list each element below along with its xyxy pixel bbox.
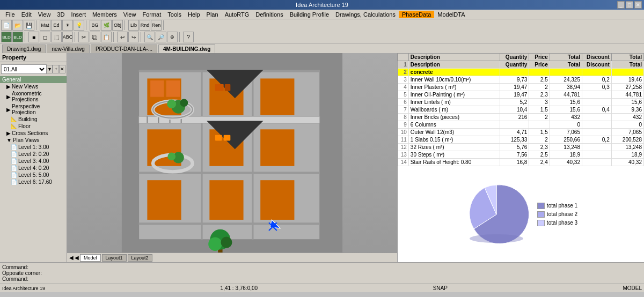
menu-insert[interactable]: Insert <box>68 11 89 18</box>
svg-rect-42 <box>215 143 222 147</box>
tb-draw4[interactable]: ABC <box>62 32 73 42</box>
tb-draw3[interactable]: ⬚ <box>51 32 62 42</box>
3d-viewport[interactable]: ◀ ◀ Model Layout1 Layout2 <box>67 53 397 262</box>
tb-library[interactable]: Lib <box>128 20 139 31</box>
window-controls[interactable]: _ □ ✕ <box>617 1 642 9</box>
tree-building[interactable]: 📐Building <box>0 116 67 123</box>
prop-icon-1[interactable]: ▼ <box>47 65 53 73</box>
menu-members[interactable]: Members <box>89 11 120 18</box>
row-num: 4 <box>398 84 409 91</box>
tb-edit[interactable]: Ed <box>51 20 62 31</box>
tb-cut[interactable]: ✂ <box>78 32 89 42</box>
tab-new-villa[interactable]: new-Villa.dwg <box>47 44 90 53</box>
menu-autortg[interactable]: AutoRTG <box>222 11 253 18</box>
3d-view: ◀ ◀ Model Layout1 Layout2 <box>67 53 397 262</box>
pie-chart-container: total phase 1 total phase 2 total phase … <box>464 182 577 247</box>
tb-open[interactable]: 📂 <box>12 20 23 31</box>
tree-new-views[interactable]: ▶New Views <box>0 83 67 90</box>
tb-sun[interactable]: ☀ <box>62 20 73 31</box>
tb-material[interactable]: Mat <box>40 20 50 31</box>
legend-item-3: total phase 3 <box>537 220 577 226</box>
tree-axonometric[interactable]: ▶Axonometric Projections <box>0 90 67 103</box>
table-header-row: Description Quantity Price Total Discoun… <box>398 54 644 61</box>
row-price: 1,5 <box>529 129 550 136</box>
tb-undo[interactable]: ↩ <box>117 32 128 42</box>
tab-product[interactable]: PRODUCT-DAN-LLA-... <box>91 44 157 53</box>
tb-objects[interactable]: Obj <box>112 20 123 31</box>
prop-icon-3[interactable]: ✕ <box>59 65 65 73</box>
menu-edit[interactable]: Edit <box>18 11 35 18</box>
tb-help[interactable]: ? <box>183 32 194 42</box>
row-num: 14 <box>398 159 409 166</box>
tree-floor[interactable]: 📐Floor <box>0 123 67 130</box>
tb-render2[interactable]: Ren <box>151 20 162 31</box>
row-price: 2,3 <box>529 144 550 151</box>
menu-modeldta[interactable]: ModelDTA <box>434 11 468 18</box>
tree-cross-sections[interactable]: ▶Cross Sections <box>0 130 67 137</box>
row-disc <box>582 151 611 159</box>
tree-level-4[interactable]: 📄Level 4: 0.20 <box>0 165 67 172</box>
row-disc <box>582 114 611 121</box>
prop-icon-2[interactable]: + <box>53 65 59 73</box>
nav-arrow-left[interactable]: ◀ <box>69 255 74 261</box>
tb-redo[interactable]: ↪ <box>128 32 139 42</box>
row-total: 7,065 <box>550 129 582 136</box>
property-section-general[interactable]: General <box>0 76 67 83</box>
tb-lights[interactable]: 💡 <box>74 20 84 31</box>
tb-landscape[interactable]: 🌿 <box>101 20 112 31</box>
tree-level-2[interactable]: 📄Level 2: 0.20 <box>0 151 67 158</box>
menu-plan[interactable]: Plan <box>203 11 222 18</box>
tb-zoom-out[interactable]: 🔎 <box>156 32 166 42</box>
row-disc: 0,2 <box>582 76 611 84</box>
tb-paste[interactable]: 📋 <box>101 32 112 42</box>
property-combo[interactable]: 01.All <box>1 64 47 74</box>
menu-format[interactable]: Format <box>139 11 164 18</box>
toolbar-sep-8 <box>141 32 143 42</box>
tree-plan-views[interactable]: ▼Plan Views <box>0 137 67 144</box>
menu-3d[interactable]: 3D <box>54 11 68 18</box>
tab-4m-building[interactable]: 4M-BUILDING.dwg <box>158 44 215 53</box>
nav-tab-layout2[interactable]: Layout2 <box>128 254 152 262</box>
nav-tab-model[interactable]: Model <box>80 254 101 262</box>
tree-level-5[interactable]: 📄Level 5: 5.00 <box>0 172 67 179</box>
minimize-button[interactable]: _ <box>617 1 625 9</box>
row-qty: 9,73 <box>500 76 529 84</box>
toolbar-sep-5 <box>25 32 27 42</box>
tb-zoom-in[interactable]: 🔍 <box>144 32 155 42</box>
tree-perspective[interactable]: ▶Perspective Projection <box>0 103 67 116</box>
tb-copy[interactable]: ⿻ <box>90 32 100 42</box>
maximize-button[interactable]: □ <box>626 1 633 9</box>
row-desc: 1 Slabs 0.15 ( m²) <box>408 136 500 144</box>
menu-view[interactable]: View <box>35 11 54 18</box>
menu-drawings[interactable]: Drawings, Calculations <box>332 11 399 18</box>
pie-chart-svg <box>464 182 529 247</box>
menu-view2[interactable]: View <box>120 11 140 18</box>
svg-rect-18 <box>260 180 294 220</box>
menu-tools[interactable]: Tools <box>164 11 185 18</box>
tree-level-3[interactable]: 📄Level 3: 4.00 <box>0 158 67 165</box>
menu-help[interactable]: Help <box>185 11 203 18</box>
nav-arrow-left2[interactable]: ◀ <box>75 255 79 261</box>
tree-level-1[interactable]: 📄Level 1: 3.00 <box>0 144 67 151</box>
table-row: 5Inner Oil-Painting ( m²)19,472,344,7814… <box>398 91 644 99</box>
tb-draw2[interactable]: ◻ <box>40 32 50 42</box>
tb-background[interactable]: BG <box>90 20 100 31</box>
nav-tab-layout1[interactable]: Layout1 <box>102 254 127 262</box>
menu-definitions[interactable]: Definitions <box>252 11 286 18</box>
row-num: 10 <box>398 129 409 136</box>
menu-phasedata[interactable]: PhaseData <box>399 11 434 18</box>
close-button[interactable]: ✕ <box>634 1 642 9</box>
row-total: 13,248 <box>550 144 582 151</box>
menu-file[interactable]: File <box>2 11 18 18</box>
tb-zoom-all[interactable]: ⊕ <box>167 32 178 42</box>
tab-drawing1[interactable]: Drawing1.dwg <box>2 44 46 53</box>
tb-bld2[interactable]: BLD <box>12 32 23 42</box>
tb-bld1[interactable]: BLD <box>1 32 12 42</box>
tb-save[interactable]: 💾 <box>24 20 34 31</box>
table-row: 111 Slabs 0.15 ( m²)125,332250,660,2200,… <box>398 136 644 144</box>
menu-building-profile[interactable]: Building Profile <box>287 11 332 18</box>
tb-render[interactable]: Rnd <box>140 20 150 31</box>
tb-draw1[interactable]: ■ <box>28 32 39 42</box>
tb-new[interactable]: 📄 <box>1 20 12 31</box>
tree-level-6[interactable]: 📄Level 6: 17.60 <box>0 179 67 185</box>
